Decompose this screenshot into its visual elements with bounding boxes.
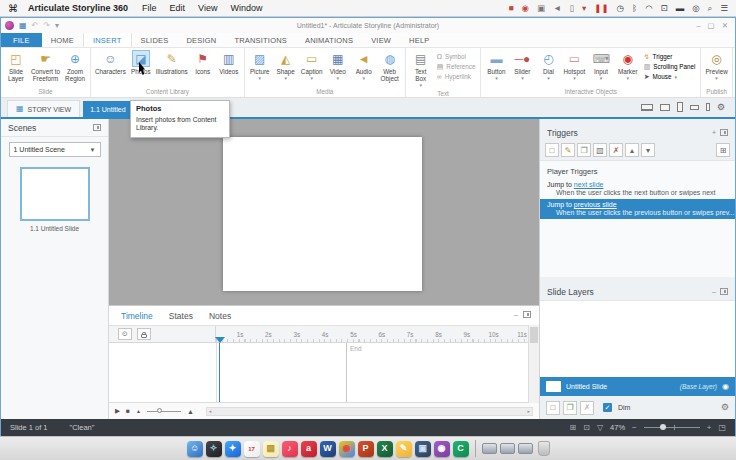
- audio-button[interactable]: ◄Audio▾: [351, 49, 377, 87]
- show-hide-eye-icon[interactable]: ⊙: [118, 328, 132, 340]
- button-button[interactable]: ▬Button▾: [483, 49, 509, 87]
- dim-checkbox[interactable]: ✓: [603, 403, 612, 412]
- slider-thumb[interactable]: [157, 408, 162, 413]
- new-trigger-icon[interactable]: □: [545, 143, 559, 157]
- zoom-in-button[interactable]: +: [707, 424, 712, 432]
- phone-landscape-icon[interactable]: [690, 105, 699, 110]
- caption-button[interactable]: ▭Caption▾: [299, 49, 325, 87]
- trigger-jump-to-previous-slide[interactable]: Jump to previous slideWhen the user clic…: [540, 199, 735, 219]
- timeline-end-marker[interactable]: [346, 343, 347, 402]
- ribbon-tab-design[interactable]: DESIGN: [177, 33, 225, 47]
- timeline-tab-timeline[interactable]: Timeline: [121, 311, 153, 321]
- close-button[interactable]: ✕: [722, 21, 728, 30]
- trigger-link[interactable]: next slide: [574, 181, 604, 188]
- timeline-horizontal-scrollbar[interactable]: ◂▸: [206, 407, 533, 416]
- dial-button[interactable]: ◴Dial▾: [535, 49, 561, 87]
- maximize-button[interactable]: ▢: [708, 21, 715, 30]
- minimized-window[interactable]: [500, 443, 515, 454]
- slider-thumb[interactable]: [660, 424, 666, 430]
- player-settings-gear-icon[interactable]: ⚙: [717, 103, 725, 112]
- apple-logo-icon[interactable]: ⌘: [8, 3, 18, 14]
- web-object-button[interactable]: ◍Web Object: [377, 49, 403, 87]
- tablet-portrait-icon[interactable]: [677, 102, 683, 112]
- spotlight-search-icon[interactable]: ⌕: [708, 4, 713, 13]
- slide-layer-button[interactable]: ◰Slide Layer: [3, 49, 29, 87]
- layer-settings-gear-icon[interactable]: ⚙: [721, 403, 729, 412]
- volume-status-icon[interactable]: ◄: [553, 4, 561, 13]
- dock-icon-notes[interactable]: ▤: [263, 441, 279, 457]
- pin-panel-icon[interactable]: [93, 124, 101, 131]
- dock-icon-word[interactable]: W: [320, 441, 336, 457]
- phone-portrait-icon[interactable]: [706, 103, 710, 111]
- paste-trigger-icon[interactable]: ▧: [593, 143, 607, 157]
- undo-button[interactable]: ↶: [32, 22, 39, 30]
- grid-view-icon[interactable]: ⊞: [570, 424, 577, 432]
- trigger-button[interactable]: ↯Trigger: [644, 53, 696, 60]
- dock-icon-calendar[interactable]: 17: [244, 441, 260, 457]
- ribbon-tab-insert[interactable]: INSERT: [83, 33, 132, 47]
- delete-layer-icon[interactable]: ✗: [580, 401, 594, 415]
- timeline-ruler[interactable]: 1s2s3s4s5s6s7s8s9s10s11s: [216, 326, 528, 342]
- new-layer-icon[interactable]: □: [546, 401, 560, 415]
- input-button[interactable]: ⌨Input▾: [587, 49, 614, 87]
- timeline-tab-states[interactable]: States: [169, 311, 193, 321]
- ribbon-tab-transitions[interactable]: TRANSITIONS: [225, 33, 296, 47]
- move-trigger-down-icon[interactable]: ▾: [641, 143, 655, 157]
- illustrations-button[interactable]: ✎Illustrations: [154, 49, 190, 87]
- control-center-icon[interactable]: ☰: [720, 4, 728, 13]
- preview-button[interactable]: ◎Preview▾: [703, 49, 729, 87]
- duplicate-layer-icon[interactable]: ❐: [563, 401, 577, 415]
- zoom-out-button[interactable]: −: [632, 424, 637, 432]
- menubar-app-name[interactable]: Articulate Storyline 360: [28, 3, 128, 13]
- edit-trigger-icon[interactable]: ✎: [561, 143, 575, 157]
- videos-button[interactable]: ▥Videos: [216, 49, 242, 87]
- account-icon[interactable]: ◎: [692, 4, 699, 13]
- shape-button[interactable]: ◭Shape▾: [273, 49, 299, 87]
- ribbon-tab-slides[interactable]: SLIDES: [132, 33, 178, 47]
- minimized-window[interactable]: [482, 443, 497, 454]
- dock-icon-articulate-360[interactable]: a: [301, 441, 317, 457]
- picture-button[interactable]: ▨Picture▾: [247, 49, 273, 87]
- marker-button[interactable]: ◉Marker▾: [615, 49, 641, 87]
- base-layer-row[interactable]: Untitled Slide (Base Layer) ◉: [540, 377, 735, 396]
- hotspot-button[interactable]: ▭Hotspot▾: [561, 49, 587, 87]
- convert-to-freeform-button[interactable]: ☛Convert to Freeform: [29, 49, 62, 87]
- dock-icon-excel[interactable]: X: [377, 441, 393, 457]
- symbol-button[interactable]: ΩSymbol: [437, 53, 476, 60]
- battery-icon[interactable]: ▬: [676, 4, 685, 13]
- expand-panel-icon[interactable]: +: [712, 129, 716, 136]
- visibility-eye-icon[interactable]: ◉: [722, 383, 729, 391]
- ribbon-tab-view[interactable]: VIEW: [362, 33, 400, 47]
- pin-panel-icon[interactable]: [720, 288, 728, 295]
- timeline-tracks[interactable]: End: [109, 343, 539, 402]
- save-button[interactable]: ▦: [19, 22, 27, 30]
- playhead-line[interactable]: [219, 343, 220, 402]
- ribbon-tab-help[interactable]: HELP: [400, 33, 438, 47]
- copy-trigger-icon[interactable]: ❐: [577, 143, 591, 157]
- notification-dot-icon[interactable]: ▾: [582, 4, 586, 13]
- icons-button[interactable]: ⚑Icons: [190, 49, 216, 87]
- storyline-app-icon[interactable]: [5, 21, 14, 30]
- slide-thumbnail[interactable]: [20, 167, 90, 221]
- dock-icon-purple-app[interactable]: ◉: [434, 441, 450, 457]
- dock-icon-storyline-box-app[interactable]: ▣: [415, 441, 431, 457]
- collapse-panel-icon[interactable]: –: [712, 288, 716, 295]
- dock-icon-launchpad[interactable]: ✧: [206, 441, 222, 457]
- slide-canvas[interactable]: [109, 119, 539, 305]
- trigger-jump-to-next-slide[interactable]: Jump to next slideWhen the user clicks t…: [540, 179, 735, 199]
- trigger-link[interactable]: previous slide: [574, 201, 617, 208]
- minimized-window[interactable]: [518, 443, 533, 454]
- hyperlink-button[interactable]: ∞Hyperlink: [437, 73, 476, 80]
- stop-button[interactable]: ■: [126, 408, 130, 415]
- characters-button[interactable]: ☺Characters: [93, 49, 128, 87]
- play-button[interactable]: ▶: [115, 408, 120, 415]
- minimize-button[interactable]: –: [696, 21, 700, 30]
- slider-button[interactable]: ─●Slider▾: [509, 49, 535, 87]
- pause-icon[interactable]: ❚❚: [594, 4, 608, 13]
- dock-icon-music[interactable]: ♪: [282, 441, 298, 457]
- bluetooth-icon[interactable]: ᛒ: [632, 4, 637, 13]
- zoom-slider[interactable]: [644, 427, 700, 428]
- airplay-icon[interactable]: ⊡: [661, 4, 668, 13]
- move-trigger-up-icon[interactable]: ▴: [625, 143, 639, 157]
- delete-trigger-icon[interactable]: ✗: [609, 143, 623, 157]
